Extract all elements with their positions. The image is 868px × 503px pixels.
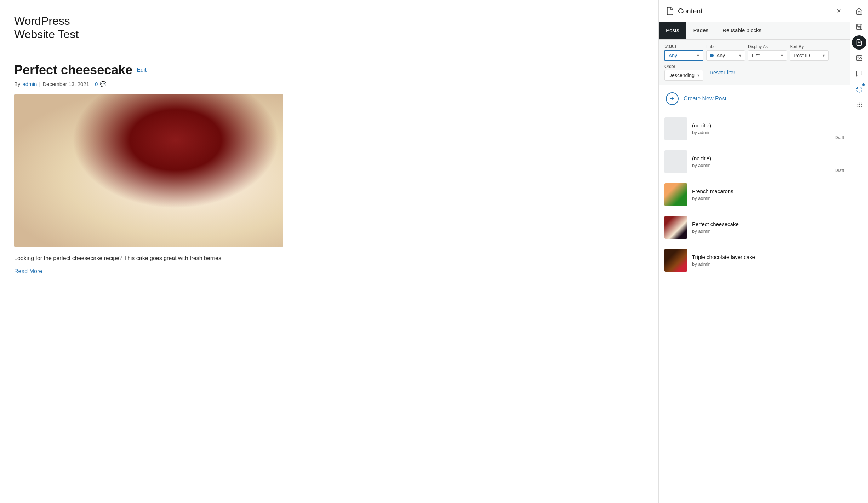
svg-point-12 bbox=[861, 103, 862, 104]
post-item-info: (no title) by admin bbox=[692, 122, 844, 135]
list-item[interactable]: Perfect cheesecake by admin bbox=[659, 211, 850, 244]
filter-row-2: Order Descending ▾ Reset Filter bbox=[664, 64, 844, 81]
read-more-link[interactable]: Read More bbox=[14, 268, 42, 274]
svg-rect-2 bbox=[858, 27, 860, 30]
post-thumbnail bbox=[664, 216, 687, 239]
panel-title: Content bbox=[678, 7, 703, 15]
tab-pages[interactable]: Pages bbox=[686, 22, 716, 39]
sort-by-select[interactable]: Post ID ▾ bbox=[790, 50, 829, 61]
order-select[interactable]: Descending ▾ bbox=[664, 70, 703, 81]
status-filter-group: Status Any ▾ bbox=[664, 44, 703, 61]
svg-point-10 bbox=[856, 103, 857, 104]
panel-content-list: + Create New Post (no title) by admin Dr… bbox=[659, 85, 850, 503]
panel-filters: Status Any ▾ Label Any ▾ Display As bbox=[659, 40, 850, 85]
close-button[interactable]: × bbox=[835, 6, 843, 16]
list-item[interactable]: Triple chocolate layer cake by admin bbox=[659, 244, 850, 277]
post-item-title: (no title) bbox=[692, 122, 844, 128]
content-panel: Content × Posts Pages Reusable blocks St… bbox=[658, 0, 850, 503]
create-plus-icon: + bbox=[666, 92, 679, 105]
svg-point-15 bbox=[861, 106, 862, 107]
post-featured-image bbox=[14, 94, 283, 247]
status-select[interactable]: Any ▾ bbox=[664, 50, 703, 61]
list-item[interactable]: French macarons by admin bbox=[659, 178, 850, 211]
post-item-author: by admin bbox=[692, 261, 844, 267]
sort-by-filter-group: Sort By Post ID ▾ bbox=[790, 44, 829, 61]
save-icon-button[interactable] bbox=[852, 20, 866, 34]
comment-icon: 💬 bbox=[100, 81, 107, 87]
image-icon-button[interactable] bbox=[852, 51, 866, 65]
svg-point-6 bbox=[857, 57, 858, 58]
post-item-info: (no title) by admin bbox=[692, 155, 844, 168]
post-item-author: by admin bbox=[692, 163, 844, 168]
post-meta: By admin | December 13, 2021 | 0 💬 bbox=[14, 81, 644, 87]
order-chevron-icon: ▾ bbox=[697, 73, 699, 78]
post-item-author: by admin bbox=[692, 130, 844, 135]
list-item[interactable]: (no title) by admin Draft bbox=[659, 145, 850, 178]
sort-by-chevron-icon: ▾ bbox=[823, 53, 825, 58]
label-filter-label: Label bbox=[706, 44, 745, 49]
create-new-label: Create New Post bbox=[684, 96, 726, 102]
svg-rect-1 bbox=[857, 24, 860, 27]
svg-point-11 bbox=[858, 103, 860, 104]
status-filter-label: Status bbox=[664, 44, 703, 49]
post-item-title: Triple chocolate layer cake bbox=[692, 254, 844, 260]
panel-header: Content × bbox=[659, 0, 850, 22]
display-as-label: Display As bbox=[748, 44, 787, 49]
post-item-author: by admin bbox=[692, 196, 844, 201]
post-title-row: Perfect cheesecake Edit bbox=[14, 63, 644, 77]
list-item[interactable]: (no title) by admin Draft bbox=[659, 112, 850, 145]
order-filter-group: Order Descending ▾ bbox=[664, 64, 703, 81]
main-content: WordPress Website Test Perfect cheesecak… bbox=[0, 0, 658, 503]
create-new-post-row[interactable]: + Create New Post bbox=[659, 85, 850, 112]
status-badge: Draft bbox=[835, 168, 844, 173]
svg-point-14 bbox=[858, 106, 860, 107]
comment-count[interactable]: 0 bbox=[95, 81, 98, 87]
post-item-info: Triple chocolate layer cake by admin bbox=[692, 254, 844, 267]
edit-link[interactable]: Edit bbox=[137, 67, 147, 73]
svg-rect-0 bbox=[856, 24, 862, 30]
order-label: Order bbox=[664, 64, 703, 69]
document-icon bbox=[666, 7, 674, 15]
post-title: Perfect cheesecake bbox=[14, 63, 132, 77]
post-item-info: Perfect cheesecake by admin bbox=[692, 221, 844, 234]
tab-posts[interactable]: Posts bbox=[659, 22, 686, 39]
post-thumbnail bbox=[664, 183, 687, 206]
post-item-title: Perfect cheesecake bbox=[692, 221, 844, 227]
sort-by-label: Sort By bbox=[790, 44, 829, 49]
tab-reusable-blocks[interactable]: Reusable blocks bbox=[715, 22, 769, 39]
svg-point-9 bbox=[861, 104, 862, 105]
svg-point-13 bbox=[856, 106, 857, 107]
label-filter-group: Label Any ▾ bbox=[706, 44, 745, 61]
status-badge: Draft bbox=[835, 135, 844, 140]
content-icon-button[interactable] bbox=[852, 35, 866, 50]
display-as-select[interactable]: List ▾ bbox=[748, 50, 787, 61]
svg-point-7 bbox=[856, 104, 857, 105]
author-link[interactable]: admin bbox=[23, 81, 37, 87]
post-item-info: French macarons by admin bbox=[692, 188, 844, 201]
label-select[interactable]: Any ▾ bbox=[706, 50, 745, 61]
panel-tabs: Posts Pages Reusable blocks bbox=[659, 22, 850, 40]
comments-icon-button[interactable] bbox=[852, 67, 866, 81]
sync-indicator bbox=[862, 83, 865, 86]
radio-dot-icon bbox=[710, 54, 714, 57]
grid-icon-button[interactable] bbox=[852, 98, 866, 112]
reset-filter-button[interactable]: Reset Filter bbox=[706, 68, 739, 77]
site-title: WordPress Website Test bbox=[14, 14, 644, 41]
label-chevron-icon: ▾ bbox=[739, 53, 741, 58]
post-date: December 13, 2021 bbox=[42, 81, 89, 87]
display-as-filter-group: Display As List ▾ bbox=[748, 44, 787, 61]
sync-icon-button[interactable] bbox=[852, 82, 866, 96]
display-as-chevron-icon: ▾ bbox=[781, 53, 783, 58]
post-thumbnail bbox=[664, 249, 687, 272]
filter-row-1: Status Any ▾ Label Any ▾ Display As bbox=[664, 44, 844, 61]
panel-title-row: Content bbox=[666, 7, 703, 15]
post-item-title: (no title) bbox=[692, 155, 844, 161]
post-item-title: French macarons bbox=[692, 188, 844, 194]
home-icon-button[interactable] bbox=[852, 4, 866, 18]
post-item-author: by admin bbox=[692, 229, 844, 234]
sidebar-icons bbox=[850, 0, 868, 503]
post-excerpt: Looking for the perfect cheesecake recip… bbox=[14, 254, 644, 263]
svg-point-8 bbox=[858, 104, 860, 105]
status-chevron-icon: ▾ bbox=[697, 53, 699, 58]
post-thumbnail bbox=[664, 117, 687, 140]
